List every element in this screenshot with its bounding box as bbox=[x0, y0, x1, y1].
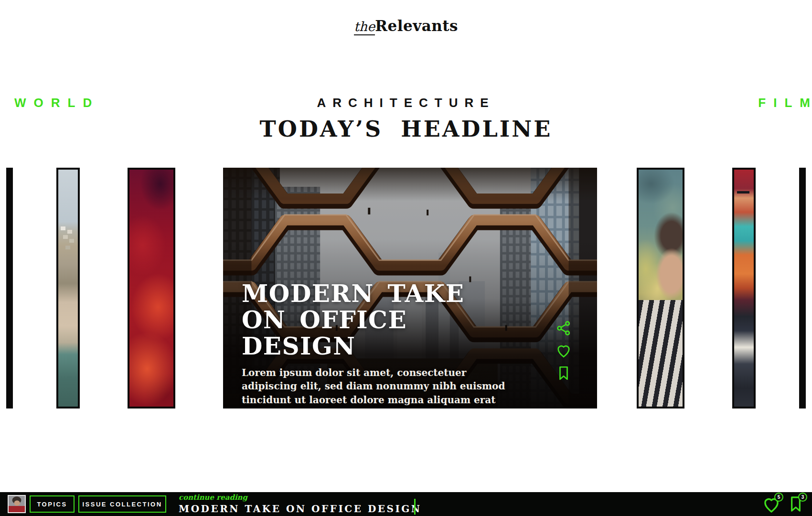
masthead-logo[interactable]: theRelevants bbox=[0, 17, 812, 34]
coastal-beach-image bbox=[58, 170, 78, 407]
heart-icon[interactable] bbox=[555, 342, 572, 359]
hero-action-bar bbox=[555, 320, 572, 382]
topics-button[interactable]: TOPICS bbox=[30, 495, 75, 513]
bottom-bar-actions: 5 3 bbox=[761, 494, 805, 515]
continue-reading-block[interactable]: continue reading MODERN TAKE ON OFFICE D… bbox=[179, 494, 422, 515]
likes-action[interactable]: 5 bbox=[761, 494, 781, 515]
bookmarks-action[interactable]: 3 bbox=[786, 494, 805, 515]
user-avatar[interactable] bbox=[8, 495, 26, 513]
bottom-bar: TOPICS ISSUE COLLECTION continue reading… bbox=[0, 492, 812, 516]
hero-title: MODERN TAKE ON OFFICE DESIGN bbox=[242, 280, 528, 359]
graffiti-wall-image bbox=[734, 170, 754, 407]
carousel-edge-strip-right[interactable] bbox=[799, 168, 806, 408]
category-current: ARCHITECTURE bbox=[0, 96, 812, 110]
hero-title-line1: MODERN TAKE bbox=[242, 280, 528, 307]
bookmarks-count-badge: 3 bbox=[798, 493, 807, 502]
carousel-edge-strip-left[interactable] bbox=[6, 168, 13, 408]
text-cursor-divider bbox=[414, 499, 416, 515]
category-prev-world[interactable]: WORLD bbox=[14, 96, 99, 110]
red-festival-image bbox=[129, 170, 173, 407]
girl-striped-shirt-image bbox=[639, 170, 683, 407]
carousel-slide-coastal-beach[interactable] bbox=[56, 168, 80, 408]
hero-article-card[interactable]: MODERN TAKE ON OFFICE DESIGN Lorem ipsum… bbox=[223, 168, 597, 408]
carousel-slide-girl-striped-shirt[interactable] bbox=[637, 168, 684, 408]
hero-excerpt: Lorem ipsum dolor sit amet, consectetuer… bbox=[242, 366, 521, 408]
carousel-slide-red-festival[interactable] bbox=[128, 168, 175, 408]
striped-shirt-detail bbox=[639, 300, 683, 407]
page-title: TODAY’S HEADLINE bbox=[0, 116, 812, 142]
masthead-logo-title: Relevants bbox=[375, 17, 458, 34]
category-next-film[interactable]: FILM bbox=[758, 96, 812, 110]
issue-collection-button[interactable]: ISSUE COLLECTION bbox=[78, 495, 166, 513]
page-root: theRelevants ARCHITECTURE WORLD FILM TOD… bbox=[0, 0, 812, 516]
continue-reading-article-title: MODERN TAKE ON OFFICE DESIGN bbox=[179, 503, 422, 515]
hero-text-block: MODERN TAKE ON OFFICE DESIGN Lorem ipsum… bbox=[242, 280, 528, 408]
continue-reading-label: continue reading bbox=[179, 494, 422, 502]
carousel-slide-graffiti-wall[interactable] bbox=[732, 168, 756, 408]
share-icon[interactable] bbox=[555, 320, 572, 337]
hero-title-line2: ON OFFICE DESIGN bbox=[242, 307, 528, 359]
masthead-logo-prefix: the bbox=[354, 19, 375, 35]
bookmark-icon[interactable] bbox=[555, 365, 572, 382]
likes-count-badge: 5 bbox=[774, 493, 783, 502]
